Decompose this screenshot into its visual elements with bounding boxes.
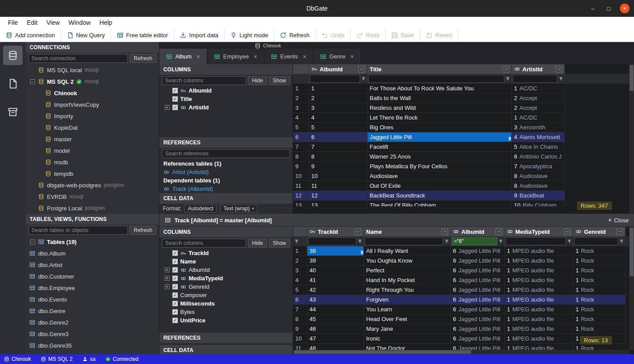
reference-link-track-albumid[interactable]: Track (AlbumId)	[159, 185, 293, 193]
cell-artistid[interactable]: 7Apocalyptica	[512, 162, 565, 171]
cell-title[interactable]: Warner 25 Anos	[367, 152, 512, 162]
connection-item-importy[interactable]: Importy	[26, 110, 159, 122]
row-number[interactable]: 2	[293, 256, 307, 266]
cell-artistid[interactable]: 1AC/DC	[512, 84, 565, 93]
show-columns-button[interactable]: Show	[269, 76, 290, 85]
filter-icon[interactable]	[444, 239, 449, 244]
expand-icon[interactable]: +	[165, 284, 170, 289]
filter-input-mediatypeid[interactable]	[506, 237, 566, 245]
cell-genreid[interactable]: 1Rock	[573, 266, 626, 275]
row-number[interactable]: 10	[293, 334, 307, 344]
row-number[interactable]: 5	[293, 285, 307, 295]
column-menu-icon[interactable]	[358, 66, 365, 73]
cell-mediatypeid[interactable]: 1MPEG audio file	[505, 324, 573, 334]
cell-mediatypeid[interactable]: 1MPEG audio file	[505, 266, 573, 275]
cell-genreid[interactable]: 1Rock	[573, 305, 626, 314]
cell-title[interactable]: BackBeat Soundtrack	[367, 191, 512, 201]
menu-view[interactable]: View	[42, 18, 64, 27]
filter-icon[interactable]	[294, 239, 299, 244]
show-columns-button[interactable]: Show	[269, 239, 290, 248]
filter-icon[interactable]	[619, 239, 624, 244]
toolbar-button-new-query[interactable]: New Query	[61, 28, 111, 42]
menu-window[interactable]: Window	[64, 18, 95, 27]
cell-trackid[interactable]: 40	[307, 266, 364, 275]
column-item-mediatypeid[interactable]: +✓MediaTypeId	[159, 274, 293, 283]
tab-close-icon[interactable]: ×	[350, 53, 354, 60]
row-number[interactable]: 8	[293, 152, 309, 162]
cell-mediatypeid[interactable]: 1MPEG audio file	[505, 275, 573, 285]
checkbox-icon[interactable]: ✓	[172, 318, 178, 323]
filter-icon[interactable]	[498, 239, 503, 244]
cell-mediatypeid[interactable]: 1MPEG audio file	[505, 246, 573, 256]
column-header-name[interactable]: Name	[364, 227, 451, 236]
vertical-scrollbar[interactable]	[629, 227, 634, 350]
column-header-title[interactable]: Title	[367, 64, 512, 74]
format-mode-select[interactable]: Text (wrap)▾	[220, 205, 258, 213]
cell-artistid[interactable]: 4Alanis Morissett	[512, 132, 565, 142]
scrollbar-thumb[interactable]	[294, 350, 471, 354]
cell-albumid[interactable]: 7	[309, 142, 367, 152]
checkbox-icon[interactable]: ✓	[172, 96, 178, 102]
cell-mediatypeid[interactable]: 1MPEG audio file	[505, 314, 573, 324]
refresh-connections-button[interactable]: Refresh	[130, 54, 156, 63]
cell-albumid[interactable]: 6Jagged Little Pill	[451, 314, 505, 324]
column-menu-icon[interactable]	[441, 228, 448, 235]
table-item-dbo-album[interactable]: dbo.Album	[26, 248, 159, 259]
cell-albumid[interactable]: 1	[309, 84, 367, 93]
connection-item-importviewscopy[interactable]: ImportViewsCopy	[26, 99, 159, 110]
cell-albumid[interactable]: 2	[309, 93, 367, 103]
hide-columns-button[interactable]: Hide	[248, 239, 267, 248]
row-number[interactable]: 1	[293, 246, 307, 256]
table-item-dbo-customer[interactable]: dbo.Customer	[26, 271, 159, 282]
cell-albumid[interactable]: 6	[309, 132, 367, 142]
column-item-composer[interactable]: ✓Composer	[159, 291, 293, 299]
cell-artistid[interactable]: 1AC/DC	[512, 113, 565, 123]
row-number[interactable]: 12	[293, 191, 309, 201]
row-number[interactable]: 11	[293, 181, 309, 191]
tab-close-icon[interactable]: ×	[254, 53, 257, 60]
collapse-icon[interactable]: −	[30, 240, 35, 244]
column-menu-icon[interactable]	[495, 228, 502, 235]
checkbox-icon[interactable]: ✓	[172, 275, 178, 281]
cell-albumid[interactable]: 5	[309, 123, 367, 132]
connection-item-chinook[interactable]: Chinook	[26, 87, 159, 99]
vertical-scrollbar[interactable]	[629, 64, 634, 213]
cell-title[interactable]: Big Ones	[367, 123, 512, 132]
cell-title[interactable]: Jagged Little Pill	[367, 132, 512, 142]
filter-input-albumid[interactable]	[452, 237, 497, 245]
tab-events[interactable]: Events×	[264, 49, 313, 64]
cell-name[interactable]: Head Over Feet	[364, 314, 451, 324]
expand-icon[interactable]: +	[165, 267, 170, 272]
cell-mediatypeid[interactable]: 1MPEG audio file	[505, 305, 573, 314]
column-header-albumid[interactable]: AlbumId	[309, 64, 367, 74]
cell-artistid[interactable]: 10Billy Cobham	[512, 201, 565, 206]
row-number[interactable]: 3	[293, 266, 307, 275]
table-item-dbo-artist[interactable]: dbo.Artist	[26, 259, 159, 271]
column-header-mediatypeid[interactable]: MediaTypeId	[505, 227, 573, 236]
scrollbar-thumb[interactable]	[630, 65, 634, 91]
row-number[interactable]: 5	[293, 123, 309, 132]
filter-icon[interactable]	[505, 76, 510, 81]
row-number[interactable]: 4	[293, 275, 307, 285]
checkbox-icon[interactable]: ✓	[172, 309, 178, 315]
cell-artistid[interactable]: 2Accept	[512, 93, 565, 103]
connection-item-evrdb[interactable]: EVRDBmssql	[26, 191, 159, 202]
cell-name[interactable]: All I Really Want	[364, 246, 451, 256]
connection-item-master[interactable]: master	[26, 133, 159, 145]
cell-mediatypeid[interactable]: 1MPEG audio file	[505, 295, 573, 305]
checkbox-icon[interactable]: ✓	[172, 267, 178, 273]
column-header-genreid[interactable]: GenreId	[573, 227, 626, 236]
filter-icon[interactable]	[567, 239, 572, 244]
checkbox-icon[interactable]: ✓	[172, 284, 178, 290]
cell-mediatypeid[interactable]: 1MPEG audio file	[505, 256, 573, 266]
cell-albumid[interactable]: 6Jagged Little Pill	[451, 256, 505, 266]
search-columns-input[interactable]	[162, 239, 246, 248]
cell-albumid[interactable]: 9	[309, 162, 367, 171]
reference-link-artist-artistid[interactable]: Artist (ArtistId)	[159, 168, 293, 176]
table-item-dbo-genre35[interactable]: dbo.Genre35	[26, 340, 159, 351]
row-number[interactable]: 10	[293, 171, 309, 181]
cell-albumid[interactable]: 4	[309, 113, 367, 123]
connection-item-msdb[interactable]: msdb	[26, 156, 159, 168]
cell-name[interactable]: You Oughta Know	[364, 256, 451, 266]
cell-artistid[interactable]: 9BackBeat	[512, 191, 565, 201]
